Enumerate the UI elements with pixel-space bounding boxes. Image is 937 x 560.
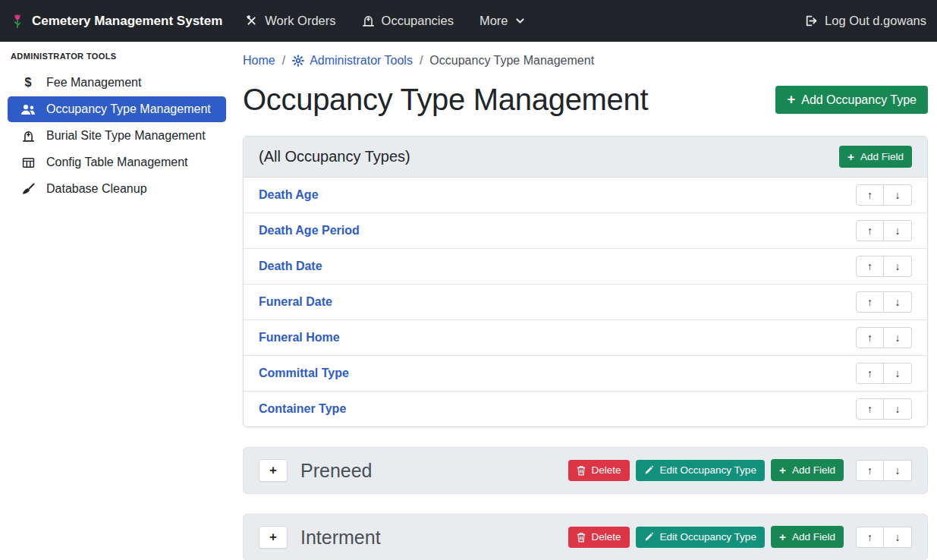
move-up-button[interactable]: ↑ [856, 527, 884, 548]
nav-item-label: More [480, 14, 508, 28]
nav-item-work-orders[interactable]: Work Orders [245, 14, 335, 28]
card-header: (All Occupancy Types) + Add Field [244, 137, 927, 178]
plus-icon: + [779, 464, 786, 477]
sidebar-item-fee-management[interactable]: $ Fee Management [8, 70, 226, 96]
section-actions: Delete Edit Occupancy Type + Add Field ↑… [568, 459, 912, 481]
delete-button[interactable]: Delete [568, 527, 630, 548]
trash-icon [577, 532, 586, 543]
sidebar-item-burial-site-type-management[interactable]: Burial Site Type Management [8, 123, 226, 149]
move-down-button[interactable]: ↓ [884, 398, 912, 420]
nav-links: Work Orders Occupancies More [245, 14, 524, 28]
move-up-button[interactable]: ↑ [856, 363, 884, 384]
pencil-icon [644, 532, 654, 542]
sidebar-item-label: Config Table Management [46, 156, 188, 169]
move-up-button[interactable]: ↑ [856, 398, 884, 420]
sidebar-heading: Administrator Tools [11, 52, 225, 61]
add-field-label: Add Field [860, 151, 904, 162]
sidebar-item-label: Database Cleanup [46, 182, 147, 196]
sidebar: Administrator Tools $ Fee Management Occ… [0, 42, 234, 212]
field-row: Committal Type ↑ ↓ [244, 356, 927, 392]
chevron-down-icon [515, 16, 525, 26]
field-row: Funeral Home ↑ ↓ [244, 320, 927, 356]
nav-item-occupancies[interactable]: Occupancies [362, 14, 454, 28]
move-down-button[interactable]: ↓ [884, 291, 912, 313]
sidebar-item-label: Occupancy Type Management [46, 102, 211, 116]
field-link[interactable]: Death Age Period [259, 224, 360, 238]
edit-label: Edit Occupancy Type [660, 531, 756, 543]
edit-occupancy-type-button[interactable]: Edit Occupancy Type [636, 527, 765, 548]
breadcrumb: Home / Administrator Tools / Occupancy T… [243, 54, 928, 68]
field-row: Funeral Date ↑ ↓ [244, 285, 927, 320]
reorder-buttons: ↑ ↓ [856, 527, 912, 548]
move-up-button[interactable]: ↑ [856, 184, 884, 206]
reorder-buttons: ↑ ↓ [856, 460, 912, 481]
pencil-icon [644, 465, 654, 475]
add-field-button[interactable]: + Add Field [771, 526, 844, 548]
page-title: Occupancy Type Management [243, 83, 648, 117]
reorder-buttons: ↑ ↓ [856, 363, 912, 384]
reorder-buttons: ↑ ↓ [856, 256, 912, 277]
move-down-button[interactable]: ↓ [884, 527, 912, 548]
delete-label: Delete [592, 531, 621, 543]
add-field-button[interactable]: + Add Field [771, 459, 844, 481]
move-down-button[interactable]: ↓ [884, 460, 912, 481]
logout-link[interactable]: Log Out d.gowans [804, 14, 926, 28]
brand-text: Cemetery Management System [32, 14, 222, 29]
add-occupancy-type-button[interactable]: + Add Occupancy Type [775, 86, 928, 113]
users-icon [20, 104, 36, 115]
field-link[interactable]: Death Date [259, 260, 322, 273]
field-link[interactable]: Funeral Date [259, 295, 332, 309]
app-brand[interactable]: Cemetery Management System [11, 12, 222, 30]
all-occupancy-types-card: (All Occupancy Types) + Add Field Death … [243, 136, 928, 427]
sidebar-item-label: Burial Site Type Management [46, 129, 206, 143]
breadcrumb-separator: / [420, 54, 423, 68]
plus-icon: + [847, 151, 854, 163]
breadcrumb-current: Occupancy Type Management [429, 54, 594, 68]
move-down-button[interactable]: ↓ [884, 184, 912, 206]
add-field-label: Add Field [792, 531, 835, 543]
flower-logo-icon [11, 12, 24, 30]
reorder-buttons: ↑ ↓ [856, 398, 912, 420]
section-title: Interment [300, 524, 381, 550]
title-row: Occupancy Type Management + Add Occupanc… [243, 83, 928, 117]
sidebar-item-database-cleanup[interactable]: Database Cleanup [8, 176, 226, 202]
dollar-icon: $ [20, 76, 36, 90]
expand-button[interactable]: + [259, 459, 288, 482]
breadcrumb-admin-tools[interactable]: Administrator Tools [292, 54, 413, 68]
field-link[interactable]: Container Type [259, 402, 346, 416]
nav-item-more[interactable]: More [480, 14, 525, 28]
field-row: Death Age Period ↑ ↓ [244, 213, 927, 249]
move-up-button[interactable]: ↑ [856, 327, 884, 348]
move-down-button[interactable]: ↓ [884, 220, 912, 241]
move-down-button[interactable]: ↓ [884, 327, 912, 348]
sidebar-item-occupancy-type-management[interactable]: Occupancy Type Management [8, 96, 226, 122]
move-up-button[interactable]: ↑ [856, 460, 884, 481]
delete-button[interactable]: Delete [568, 460, 630, 481]
reorder-buttons: ↑ ↓ [856, 220, 912, 241]
trash-icon [577, 465, 586, 476]
table-icon [20, 156, 36, 169]
move-up-button[interactable]: ↑ [856, 220, 884, 241]
field-link[interactable]: Committal Type [259, 367, 349, 380]
move-up-button[interactable]: ↑ [856, 291, 884, 313]
add-occupancy-type-label: Add Occupancy Type [801, 93, 917, 107]
sidebar-item-config-table-management[interactable]: Config Table Management [8, 149, 226, 175]
section-actions: Delete Edit Occupancy Type + Add Field ↑… [568, 526, 912, 548]
nav-item-label: Occupancies [382, 14, 454, 28]
add-field-button[interactable]: + Add Field [839, 146, 912, 168]
move-down-button[interactable]: ↓ [884, 363, 912, 384]
expand-button[interactable]: + [259, 526, 288, 549]
field-link[interactable]: Death Age [259, 188, 319, 202]
move-up-button[interactable]: ↑ [856, 256, 884, 277]
occupancy-type-section-interment: + Interment Delete [243, 514, 928, 560]
breadcrumb-separator: / [282, 54, 285, 68]
plus-icon: + [779, 531, 786, 543]
reorder-buttons: ↑ ↓ [856, 327, 912, 348]
logout-label: Log Out d.gowans [825, 14, 926, 28]
breadcrumb-home[interactable]: Home [243, 54, 275, 68]
edit-occupancy-type-button[interactable]: Edit Occupancy Type [636, 460, 765, 481]
field-link[interactable]: Funeral Home [259, 331, 340, 344]
move-down-button[interactable]: ↓ [884, 256, 912, 277]
delete-label: Delete [592, 464, 621, 476]
reorder-buttons: ↑ ↓ [856, 291, 912, 313]
